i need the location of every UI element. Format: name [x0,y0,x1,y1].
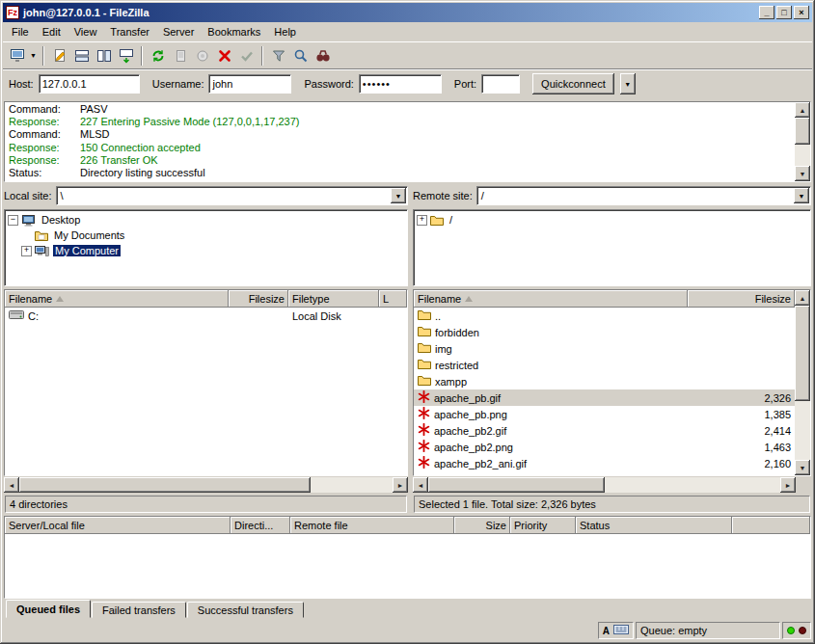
password-input[interactable] [359,74,442,94]
menu-help[interactable]: Help [267,24,303,40]
maximize-button[interactable]: □ [776,6,792,19]
remote-file-row[interactable]: apache_pb.png 1,385 [414,406,795,422]
local-list-header: Filename Filesize Filetype L [5,290,407,308]
filter-button[interactable] [267,45,289,67]
scroll-track[interactable] [428,477,780,493]
log-line: Command:MLSD [9,128,791,141]
remote-file-row[interactable]: img [414,340,795,357]
remote-file-row[interactable]: apache_pb2.gif 2,414 [414,422,795,439]
remote-list-header: Filename Filesize [414,290,795,308]
column-header-filesize[interactable]: Filesize [688,290,795,308]
scroll-track[interactable] [19,477,393,493]
column-header-size[interactable]: Size [454,517,510,534]
remote-vertical-scrollbar[interactable]: ▲ ▼ [795,290,810,475]
collapse-icon[interactable]: − [8,215,18,226]
compare-button[interactable] [289,45,312,67]
column-header-lastmodified[interactable]: L [379,290,407,308]
tab-failed-transfers[interactable]: Failed transfers [92,602,186,618]
find-button[interactable] [312,45,334,67]
expand-icon[interactable]: + [417,215,427,226]
column-header-direction[interactable]: Directi... [231,517,290,534]
sort-asc-icon [56,296,64,302]
tree-item-desktop[interactable]: − Desktop [6,212,406,228]
toggle-local-treeview-button[interactable] [70,45,93,67]
column-header-filename[interactable]: Filename [5,290,229,308]
log-vertical-scrollbar[interactable]: ▲ ▼ [795,102,810,181]
toggle-message-log-button[interactable] [48,45,70,67]
column-header-status[interactable]: Status [576,517,732,534]
menu-view[interactable]: View [68,24,104,40]
scroll-thumb[interactable] [428,477,605,493]
toggle-remote-treeview-button[interactable] [93,45,115,67]
local-site-combo[interactable]: \ ▼ [56,186,408,205]
site-manager-button[interactable] [6,45,28,67]
scroll-track[interactable] [795,118,810,166]
disconnect-button[interactable] [235,45,258,67]
scroll-up-icon[interactable]: ▲ [795,290,810,306]
remote-file-row[interactable]: xampp [414,373,795,389]
scroll-thumb[interactable] [795,306,810,401]
menu-edit[interactable]: Edit [36,24,68,40]
scroll-right-icon[interactable]: ► [393,477,408,493]
titlebar[interactable]: Fz john@127.0.0.1 - FileZilla _ □ × [3,3,812,22]
remote-file-row[interactable]: .. [414,308,795,324]
scroll-up-icon[interactable]: ▲ [795,102,810,118]
log-line: Response:227 Entering Passive Mode (127,… [9,116,791,128]
remote-horizontal-scrollbar[interactable]: ◄ ► [413,477,811,493]
column-header-filename[interactable]: Filename [414,290,688,308]
expand-icon[interactable]: + [21,246,32,256]
chevron-down-icon[interactable]: ▼ [794,188,809,203]
remote-file-row[interactable]: restricted [414,357,795,373]
scroll-down-icon[interactable]: ▼ [795,166,810,181]
column-header-priority[interactable]: Priority [510,517,576,534]
column-header-filetype[interactable]: Filetype [288,290,379,308]
scroll-track[interactable] [795,306,810,460]
chevron-down-icon[interactable]: ▼ [391,188,406,203]
menu-transfer[interactable]: Transfer [103,24,156,40]
scrollbar-corner [796,477,811,493]
tab-queued-files[interactable]: Queued files [6,600,91,618]
quickconnect-dropdown[interactable]: ▼ [620,73,636,94]
local-list-body[interactable]: C: Local Disk [5,308,407,475]
host-input[interactable] [39,74,140,94]
scroll-left-icon[interactable]: ◄ [4,477,19,493]
scroll-right-icon[interactable]: ► [780,477,796,493]
scroll-thumb[interactable] [19,477,311,493]
remote-site-combo[interactable]: / ▼ [476,186,811,205]
tree-item-my-computer[interactable]: + My Computer [6,243,406,258]
local-horizontal-scrollbar[interactable]: ◄ ► [4,477,408,493]
close-button[interactable]: × [794,6,809,19]
column-header-server-local-file[interactable]: Server/Local file [5,517,231,534]
toggle-transfer-queue-button[interactable] [115,45,137,67]
column-header-remote-file[interactable]: Remote file [290,517,454,534]
preview-button[interactable] [191,45,213,67]
remote-file-row[interactable]: apache_pb2_ani.gif 2,160 [414,455,795,471]
menu-file[interactable]: File [5,24,36,40]
tree-item-my-documents[interactable]: My Documents [6,228,406,243]
quickconnect-button[interactable]: Quickconnect [532,73,614,94]
remote-file-row[interactable]: forbidden [414,324,795,340]
refresh-button[interactable] [147,45,169,67]
cancel-button[interactable] [213,45,235,67]
tree-item-root[interactable]: + / [415,212,809,228]
column-header-filesize[interactable]: Filesize [229,290,288,308]
preview-icon [195,48,210,64]
remote-file-row-selected[interactable]: apache_pb.gif 2,326 [414,389,795,406]
scroll-down-icon[interactable]: ▼ [795,460,810,475]
port-input[interactable] [481,74,520,94]
site-manager-dropdown[interactable]: ▼ [28,45,39,67]
remote-list-body[interactable]: .. forbidden img restricted [414,308,795,475]
queue-body[interactable] [5,534,810,598]
scroll-left-icon[interactable]: ◄ [413,477,428,493]
username-input[interactable] [208,74,291,94]
folder-icon [35,230,48,241]
scroll-thumb[interactable] [795,118,810,145]
statusbar: A Queue: empty [3,618,812,641]
remote-file-row[interactable]: apache_pb2.png 1,463 [414,439,795,455]
minimize-button[interactable]: _ [759,6,774,19]
process-queue-button[interactable] [169,45,191,67]
tab-successful-transfers[interactable]: Successful transfers [187,602,304,618]
local-file-row[interactable]: C: Local Disk [5,308,407,324]
menu-bookmarks[interactable]: Bookmarks [201,24,267,40]
menu-server[interactable]: Server [156,24,201,40]
